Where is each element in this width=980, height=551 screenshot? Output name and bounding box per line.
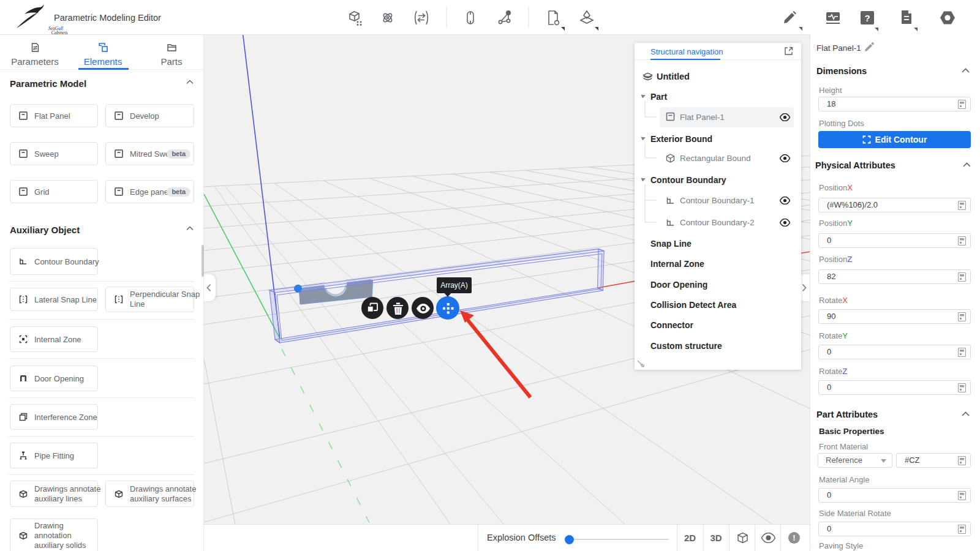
svg-text:Parametric Modeling Editor: Parametric Modeling Editor [54, 13, 161, 23]
svg-text:Cabinets: Cabinets [51, 30, 68, 34]
svg-text:?: ? [864, 13, 870, 23]
